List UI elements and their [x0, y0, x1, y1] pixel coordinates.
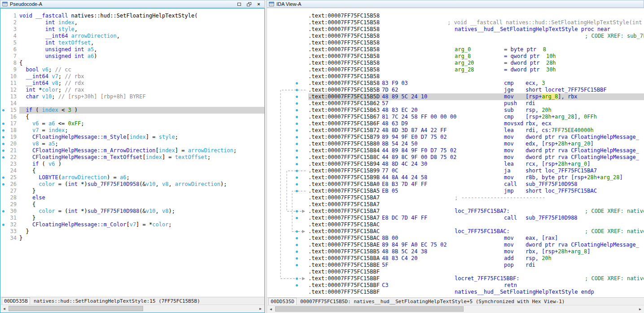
pseudocode-line[interactable]: 34} — [0, 235, 264, 242]
disasm-line[interactable]: .text:00007FF75FC15BACloc_7FF75FC15BAC:;… — [267, 228, 644, 235]
disasm-line[interactable]: .text:00007FF75FC15B6348 83 EC 20subrsp,… — [267, 107, 644, 114]
disasm-line[interactable]: .text:00007FF75FC15BBF — [267, 269, 644, 275]
pseudocode-line[interactable]: 10 __int64 v7; // rbx — [0, 73, 264, 80]
disasm-line[interactable]: .text:00007FF75FC15BA5EB 05jmpshort loc_… — [267, 188, 644, 194]
pseudocode-line[interactable]: 13 char v10; // [rsp+30h] [rbp+8h] BYREF — [0, 93, 264, 100]
pseudocode-line[interactable]: 20 v8 = a5; — [0, 141, 264, 147]
pseudocode-line[interactable]: 30 color = (int *)sub_7FF75F10D988(&v10,… — [0, 208, 264, 215]
pseudocode-line[interactable]: 25 LOBYTE(arrowDirection) = a6; — [0, 174, 264, 181]
disasm-line[interactable]: .text:00007FF75FC15BA7loc_7FF75FC15BA7:;… — [267, 208, 644, 215]
disasm-line[interactable]: .text:00007FF75FC15B9B44 8A 44 24 58movr… — [267, 174, 644, 181]
pseudocode-line[interactable]: 11 __int64 v8; // rdx — [0, 80, 264, 87]
disasm-line[interactable]: .text:00007FF75FC15BA7; ----------------… — [267, 194, 644, 201]
pseudocode-content: 1void __fastcall natives::hud::SetFloati… — [0, 8, 265, 313]
pseudocode-line[interactable]: 28 else — [0, 194, 264, 201]
pseudocode-hscroll-thumb[interactable] — [9, 306, 143, 311]
disasm-line[interactable]: .text:00007FF75FC15B58; CODE XREF: sub_7… — [267, 33, 644, 40]
pseudocode-line[interactable]: 26 color = (int *)sub_7FF75F10D958(&v10,… — [0, 181, 264, 188]
disasm-line[interactable]: .text:00007FF75FC15BA7 — [267, 201, 644, 208]
pseudocode-line[interactable]: 15 if ( index < 3 ) — [0, 107, 264, 114]
disasm-line[interactable]: .text:00007FF75FC15B58 — [267, 73, 644, 80]
disasm-line[interactable]: .text:00007FF75FC15BAE89 84 9F A0 EC 75 … — [267, 242, 644, 248]
pseudocode-line[interactable]: 17 v6 = a6 <= 0xFF; — [0, 120, 264, 127]
maximize-button[interactable] — [235, 1, 243, 8]
disasm-line[interactable]: .text:00007FF75FC15BBFC3retn — [267, 282, 644, 289]
scroll-right-arrow-icon[interactable]: ▶ — [257, 305, 264, 312]
pseudocode-line[interactable]: 14 — [0, 100, 264, 107]
pseudocode-line[interactable]: 22 CFloatingHelpMessage::m_TextOffset[in… — [0, 154, 264, 161]
disasm-line[interactable]: .text:00007FF75FC15BBFlocret_7FF75FC15BB… — [267, 275, 644, 282]
disasm-line[interactable]: .text:00007FF75FC15BAC8B 00moveax, [rax] — [267, 235, 644, 242]
disasm-area[interactable]: .text:00007FF75FC15B58.text:00007FF75FC1… — [267, 8, 644, 297]
pseudocode-line[interactable]: 2 int index, — [0, 19, 264, 26]
close-button[interactable]: × — [255, 1, 263, 8]
disasm-line[interactable]: .text:00007FF75FC15B5D48 89 5C 24 10mov[… — [267, 93, 644, 100]
disasm-line[interactable]: .text:00007FF75FC15B6781 7C 24 58 FF 00 … — [267, 114, 644, 120]
disasm-line[interactable]: .text:00007FF75FC15BBE5Fpoprdi — [267, 262, 644, 269]
pseudocode-line[interactable]: 12 int *color; // rax — [0, 87, 264, 93]
pseudocode-line[interactable]: 4 __int64 arrowDirection, — [0, 33, 264, 40]
ida-view-titlebar[interactable]: IDA View-A — [267, 0, 644, 8]
disasm-line[interactable]: .text:00007FF75FC15B6257pushrdi — [267, 100, 644, 107]
pseudocode-line[interactable]: 19 CFloatingHelpMessage::m_Style[index] … — [0, 134, 264, 141]
pseudocode-line[interactable]: 23 if ( v6 ) — [0, 161, 264, 168]
line-address-dot-icon — [2, 156, 4, 159]
disasm-line[interactable]: .text:00007FF75FC15B7248 8D 3D 87 A4 22 … — [267, 127, 644, 134]
disasm-line[interactable]: .text:00007FF75FC15B5B7D 62jgeshort locr… — [267, 87, 644, 93]
disasm-line[interactable]: .text:00007FF75FC15BAC — [267, 221, 644, 228]
disasm-line[interactable]: .text:00007FF75FC15B58 — [267, 40, 644, 46]
pseudocode-line[interactable]: 6 unsigned int a5, — [0, 46, 264, 53]
pseudocode-line[interactable]: 1void __fastcall natives::hud::SetFloati… — [0, 13, 264, 19]
pseudocode-line[interactable]: 5 int textOffset, — [0, 40, 264, 46]
pseudocode-line[interactable]: 18 v7 = index; — [0, 127, 264, 134]
pseudocode-hscrollbar[interactable]: ◀ ▶ — [0, 304, 264, 313]
pseudocode-line[interactable]: 8{ — [0, 60, 264, 66]
disasm-line[interactable]: .text:00007FF75FC15B5883 F9 03cmpecx, 3 — [267, 80, 644, 87]
disasm-line[interactable]: .text:00007FF75FC15B58; void __fastcall … — [267, 19, 644, 26]
disasm-line[interactable]: .text:00007FF75FC15BA7E8 DC 7D 4F FFcall… — [267, 215, 644, 221]
line-number: 8 — [0, 60, 17, 66]
ida-view-hscrollbar[interactable]: ◀ ▶ — [267, 305, 644, 313]
pseudocode-line[interactable]: 31 } — [0, 215, 264, 221]
ida-view-hscroll-thumb[interactable] — [275, 306, 464, 312]
disasm-line[interactable]: .text:00007FF75FC15B8444 89 84 9F F0 D7 … — [267, 147, 644, 154]
pseudocode-line[interactable]: 27 } — [0, 188, 264, 194]
pseudocode-lines[interactable]: 1void __fastcall natives::hud::SetFloati… — [0, 9, 264, 297]
disasm-line[interactable]: .text:00007FF75FC15B7989 94 9F E0 D7 75 … — [267, 134, 644, 141]
instruction-dot-icon — [296, 183, 298, 185]
disasm-line[interactable]: .text:00007FF75FC15B9448 8D 4C 24 30lear… — [267, 161, 644, 168]
pseudocode-line[interactable]: 24 { — [0, 168, 264, 174]
pseudocode-titlebar[interactable]: Pseudocode-A × — [0, 0, 265, 8]
scroll-left-arrow-icon[interactable]: ◀ — [0, 305, 8, 312]
ida-view-pane: IDA View-A .text:00007FF75FC15B58.text:0… — [267, 0, 644, 313]
disasm-line[interactable]: .text:00007FF75FC15B58arg_0= byte ptr 8 — [267, 46, 644, 53]
pseudocode-line[interactable]: 21 CFloatingHelpMessage::m_ArrowDirectio… — [0, 147, 264, 154]
disasm-line[interactable]: .text:00007FF75FC15B6F48 63 D9movsxdrbx,… — [267, 120, 644, 127]
instruction-dot-icon — [296, 217, 298, 219]
disasm-line[interactable]: .text:00007FF75FC15B58arg_20= dword ptr … — [267, 60, 644, 66]
disasm-line[interactable]: .text:00007FF75FC15B58arg_8= qword ptr 1… — [267, 53, 644, 60]
pseudocode-line[interactable]: 32 CFloatingHelpMessage::m_Color[v7] = *… — [0, 221, 264, 228]
scroll-right-arrow-icon[interactable]: ▶ — [636, 305, 644, 313]
disasm-line[interactable]: .text:00007FF75FC15B808B 54 24 50movedx,… — [267, 141, 644, 147]
disasm-line[interactable]: .text:00007FF75FC15B9977 0Cjashort loc_7… — [267, 168, 644, 174]
pseudocode-line[interactable]: 29 { — [0, 201, 264, 208]
pseudocode-line[interactable]: 9 bool v6; // cc — [0, 66, 264, 73]
pseudocode-line[interactable]: 3 int style, — [0, 26, 264, 33]
disasm-line[interactable]: .text:00007FF75FC15BBFnatives__hud__SetF… — [267, 289, 644, 295]
disasm-line[interactable]: .text:00007FF75FC15B58arg_28= dword ptr … — [267, 66, 644, 73]
disasm-line[interactable]: .text:00007FF75FC15BBA48 83 C4 20addrsp,… — [267, 255, 644, 262]
float-button[interactable] — [245, 1, 253, 8]
line-number: 4 — [0, 33, 17, 40]
scroll-left-arrow-icon[interactable]: ◀ — [267, 305, 275, 313]
disasm-line[interactable]: .text:00007FF75FC15BA0E8 B3 7D 4F FFcall… — [267, 181, 644, 188]
disasm-line[interactable]: .text:00007FF75FC15BB548 8B 5C 24 38movr… — [267, 248, 644, 255]
pseudocode-line[interactable]: 33 } — [0, 228, 264, 235]
disasm-line[interactable]: .text:00007FF75FC15B58 — [267, 13, 644, 19]
pseudocode-line[interactable]: 16 { — [0, 114, 264, 120]
disasm-line[interactable]: .text:00007FF75FC15B58natives__hud__SetF… — [267, 26, 644, 33]
pseudocode-line[interactable]: 7 unsigned int a6) — [0, 53, 264, 60]
instruction-dot-icon — [296, 284, 298, 287]
instruction-dot-icon — [296, 109, 298, 111]
disasm-line[interactable]: .text:00007FF75FC15B8C44 89 8C 9F 00 D8 … — [267, 154, 644, 161]
